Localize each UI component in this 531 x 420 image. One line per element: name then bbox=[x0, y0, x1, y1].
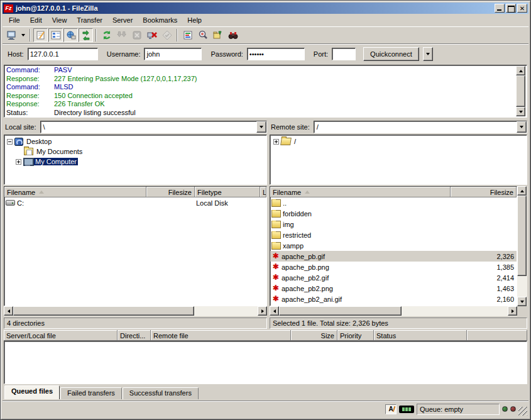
scroll-down-button[interactable] bbox=[516, 107, 525, 116]
find-files-button[interactable] bbox=[226, 28, 240, 42]
receive-indicator-led bbox=[502, 406, 508, 412]
tree-item-root[interactable]: / bbox=[270, 136, 527, 146]
column-remote-file[interactable]: Remote file bbox=[151, 330, 291, 341]
scrollbar-thumb[interactable] bbox=[279, 306, 402, 316]
toggle-local-tree-button[interactable] bbox=[48, 28, 63, 42]
remote-file-row[interactable]: forbidden bbox=[270, 208, 517, 219]
arrow-left-icon bbox=[8, 309, 10, 313]
tree-item-desktop[interactable]: Desktop bbox=[4, 136, 266, 146]
port-input[interactable] bbox=[332, 48, 356, 60]
local-horizontal-scrollbar[interactable] bbox=[4, 306, 267, 316]
column-status[interactable]: Status bbox=[374, 330, 467, 341]
indicator-badge-icon[interactable] bbox=[399, 406, 414, 413]
remote-file-row[interactable]: restricted bbox=[270, 229, 517, 240]
image-file-icon bbox=[271, 295, 280, 303]
menu-edit[interactable]: Edit bbox=[25, 15, 47, 25]
queue-status-text: Queue: empty bbox=[420, 406, 463, 413]
folder-icon bbox=[271, 199, 281, 207]
menu-transfer[interactable]: Transfer bbox=[72, 15, 107, 25]
column-filetype[interactable]: Filetype bbox=[195, 187, 260, 197]
status-bar: A Queue: empty bbox=[3, 401, 528, 417]
password-input[interactable] bbox=[247, 48, 305, 60]
process-queue-button[interactable] bbox=[114, 28, 129, 42]
scroll-right-button[interactable] bbox=[508, 306, 517, 316]
toggle-log-button[interactable] bbox=[33, 28, 48, 42]
column-filename[interactable]: Filename bbox=[270, 187, 451, 197]
refresh-button[interactable] bbox=[99, 28, 114, 42]
compare-button[interactable] bbox=[195, 28, 210, 42]
scroll-left-button[interactable] bbox=[270, 306, 279, 316]
scrollbar-thumb[interactable] bbox=[13, 306, 194, 316]
filter-button[interactable] bbox=[180, 28, 195, 42]
scroll-right-button[interactable] bbox=[258, 306, 267, 316]
menu-server[interactable]: Server bbox=[107, 15, 138, 25]
column-priority[interactable]: Priority bbox=[337, 330, 374, 341]
scrollbar-corner bbox=[517, 306, 527, 316]
remote-file-row[interactable]: apache_pb.png 1,385 bbox=[270, 262, 517, 272]
collapse-icon[interactable] bbox=[7, 139, 13, 145]
tab-failed-transfers[interactable]: Failed transfers bbox=[60, 387, 122, 399]
remote-site-combo[interactable]: / bbox=[314, 121, 527, 133]
close-button[interactable] bbox=[517, 4, 527, 13]
log-vertical-scrollbar[interactable] bbox=[516, 66, 526, 116]
column-filename[interactable]: Filename bbox=[4, 187, 146, 197]
scroll-up-button[interactable] bbox=[516, 66, 525, 75]
menu-file[interactable]: File bbox=[4, 15, 25, 25]
menu-view[interactable]: View bbox=[47, 15, 72, 25]
remote-horizontal-scrollbar[interactable] bbox=[270, 306, 517, 316]
host-input[interactable] bbox=[28, 48, 98, 60]
site-manager-button[interactable] bbox=[4, 28, 18, 42]
remote-site-value: / bbox=[314, 123, 517, 131]
remote-file-row[interactable]: apache_pb2_ani.gif 2,160 bbox=[270, 294, 517, 304]
remote-file-row[interactable]: .. bbox=[270, 197, 517, 208]
local-site-combo[interactable]: \ bbox=[40, 121, 267, 133]
site-manager-dropdown-button[interactable] bbox=[19, 28, 27, 42]
column-filesize[interactable]: Filesize bbox=[146, 187, 195, 197]
sync-browsing-button[interactable] bbox=[211, 28, 225, 42]
scrollbar-thumb[interactable] bbox=[516, 75, 525, 107]
resize-grip[interactable] bbox=[518, 407, 527, 416]
column-size[interactable]: Size bbox=[291, 330, 337, 341]
expand-icon[interactable] bbox=[273, 139, 279, 145]
column-last-modified[interactable]: L bbox=[260, 187, 266, 197]
local-file-row[interactable]: C: Local Disk bbox=[4, 197, 266, 208]
queue-body[interactable] bbox=[4, 341, 527, 384]
remote-file-row[interactable]: apache_pb2.png 1,463 bbox=[270, 283, 517, 294]
remote-vertical-scrollbar[interactable] bbox=[517, 186, 527, 306]
reconnect-button[interactable] bbox=[160, 28, 174, 42]
scrollbar-thumb[interactable] bbox=[517, 196, 527, 276]
toolbar bbox=[3, 26, 528, 43]
disconnect-button[interactable] bbox=[145, 28, 159, 42]
menu-bookmarks[interactable]: Bookmarks bbox=[138, 15, 182, 25]
column-filesize[interactable]: Filesize bbox=[451, 187, 517, 197]
transfer-type-ascii-icon[interactable]: A bbox=[385, 404, 397, 414]
tab-queued-files[interactable]: Queued files bbox=[4, 385, 60, 399]
tree-item-my-documents[interactable]: My Documents bbox=[4, 146, 266, 157]
scroll-up-button[interactable] bbox=[517, 186, 527, 196]
remote-file-row[interactable]: xampp bbox=[270, 240, 517, 251]
remote-file-row[interactable]: apache_pb2.gif 2,414 bbox=[270, 272, 517, 283]
tab-successful-transfers[interactable]: Successful transfers bbox=[123, 387, 199, 399]
column-server-local-file[interactable]: Server/Local file bbox=[4, 330, 118, 341]
remote-site-dropdown-button[interactable] bbox=[517, 121, 527, 133]
column-direction[interactable]: Directi... bbox=[118, 330, 151, 341]
remote-file-row-selected[interactable]: apache_pb.gif 2,326 bbox=[270, 251, 517, 262]
username-input[interactable] bbox=[144, 48, 202, 60]
title-bar[interactable]: john@127.0.0.1 - FileZilla bbox=[3, 3, 528, 14]
minimize-button[interactable] bbox=[495, 4, 505, 13]
toggle-queue-button[interactable] bbox=[79, 28, 93, 42]
scroll-down-button[interactable] bbox=[517, 297, 527, 306]
quickconnect-button[interactable]: Quickconnect bbox=[363, 47, 419, 61]
expand-icon[interactable] bbox=[16, 159, 21, 165]
scroll-left-button[interactable] bbox=[4, 306, 13, 316]
tree-item-my-computer[interactable]: My Computer bbox=[4, 157, 266, 167]
toolbar-separator bbox=[96, 29, 97, 41]
toggle-remote-tree-button[interactable] bbox=[63, 28, 78, 42]
cancel-operation-button[interactable] bbox=[129, 28, 144, 42]
menu-help[interactable]: Help bbox=[182, 15, 207, 25]
quickconnect-dropdown-button[interactable] bbox=[423, 47, 433, 61]
maximize-button[interactable] bbox=[506, 4, 516, 13]
username-label: Username: bbox=[107, 50, 141, 58]
remote-file-row[interactable]: img bbox=[270, 219, 517, 229]
local-site-dropdown-button[interactable] bbox=[256, 121, 266, 133]
